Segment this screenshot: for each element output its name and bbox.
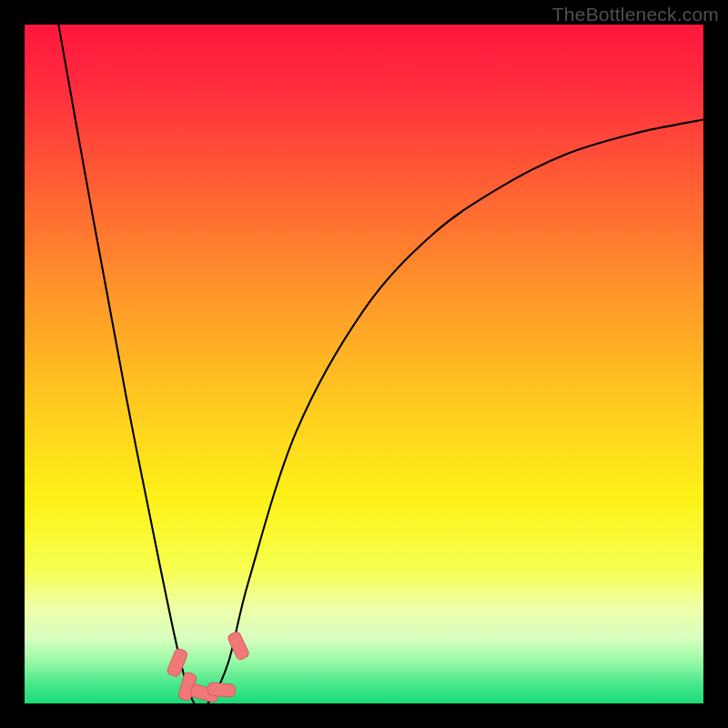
attribution-label: TheBottleneck.com [552,4,719,25]
plot-area [25,25,703,703]
chart-svg [25,25,703,703]
highlight-marker [207,682,236,698]
chart-frame: TheBottleneck.com [0,0,728,728]
gradient-background [25,25,703,703]
